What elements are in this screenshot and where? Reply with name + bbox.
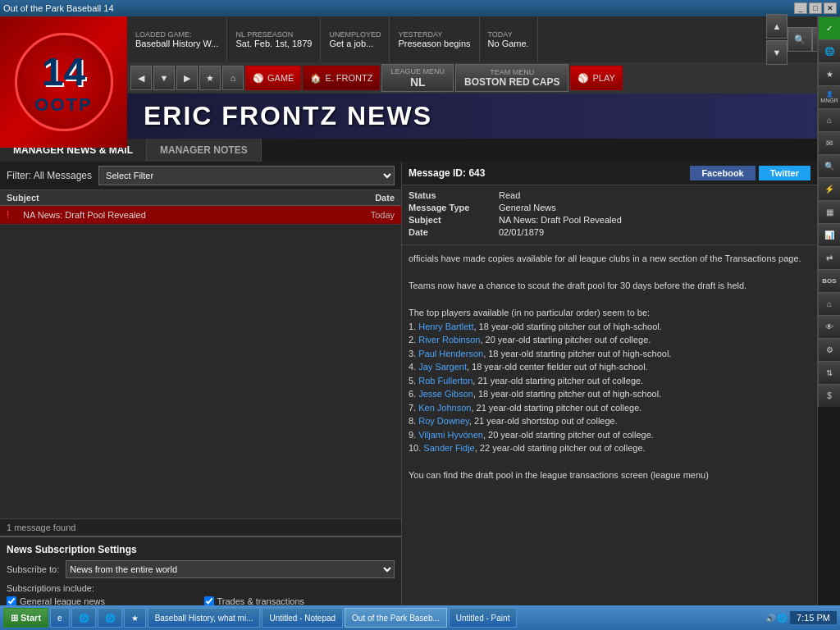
sidebar-btn-home[interactable]: ⌂ [818, 108, 840, 131]
left-panel: Filter: All Messages Select Filter Subje… [0, 162, 402, 630]
top-nav: LOADED GAME: Baseball History W... NL PR… [127, 16, 840, 62]
taskbar-ootp[interactable]: Out of the Park Baseb... [345, 608, 447, 628]
unemployed-section: UNEMPLOYED Get a job... [321, 16, 390, 62]
taskbar-firefox-icon[interactable]: 🌐 [71, 608, 96, 628]
yesterday-section: YESTERDAY Preseason begins [390, 16, 479, 62]
table-row[interactable]: ! NA News: Draft Pool Revealed Today [0, 206, 401, 225]
team-menu-button[interactable]: TEAM MENU BOSTON RED CAPS [455, 64, 568, 92]
body-player-9: 9. Viljami Hyvönen, 20 year-old starting… [409, 428, 810, 442]
subscribe-label: Subscribe to: [7, 564, 59, 574]
meta-date-row: Date 02/01/1879 [409, 227, 810, 237]
body-player-4: 4. Jay Sargent, 18 year-old center field… [409, 360, 810, 374]
sidebar-btn-settings[interactable]: ⚙ [818, 338, 840, 361]
close-button[interactable]: ✕ [824, 2, 837, 14]
body-player-5: 5. Rob Fullerton, 21 year-old starting p… [409, 374, 810, 388]
search-nav-button[interactable]: 🔍 [788, 27, 812, 52]
titlebar: Out of the Park Baseball 14 _ □ ✕ [0, 0, 840, 16]
sidebar-btn-search[interactable]: 🔍 [818, 154, 840, 177]
message-detail-header: Message ID: 643 Facebook Twitter [402, 162, 817, 185]
body-player-1: 1. Henry Bartlett, 18 year-old starting … [409, 320, 810, 334]
sidebar-btn-star[interactable]: ★ [818, 62, 840, 85]
player-link-1[interactable]: Henry Bartlett [418, 322, 473, 331]
sidebar-btn-transfer[interactable]: ⇅ [818, 361, 840, 384]
player-link-6[interactable]: Jesse Gibson [418, 389, 473, 399]
sidebar-btn-mail[interactable]: ✉ [818, 131, 840, 154]
manager-icon: 🏠 [310, 73, 322, 84]
taskbar-star-icon[interactable]: ★ [124, 608, 146, 628]
meta-subject-row: Subject NA News: Draft Pool Revealed [409, 215, 810, 225]
sidebar-btn-dollar[interactable]: $ [818, 384, 840, 407]
filter-select[interactable]: Select Filter [98, 166, 395, 185]
sidebar-btn-chart[interactable]: 📊 [818, 223, 840, 246]
player-link-9[interactable]: Viljami Hyvönen [418, 430, 483, 440]
message-detail-panel: Message ID: 643 Facebook Twitter Status … [402, 162, 817, 630]
player-link-5[interactable]: Rob Fullerton [418, 376, 472, 386]
player-link-10[interactable]: Sander Fidje [423, 443, 474, 453]
tab-notes[interactable]: MANAGER NOTES [147, 139, 262, 162]
twitter-button[interactable]: Twitter [759, 166, 810, 180]
player-link-7[interactable]: Ken Johnson [418, 403, 471, 413]
play-button[interactable]: ⚾ PLAY [570, 66, 622, 90]
player-link-2[interactable]: River Robinson [418, 335, 480, 345]
tray-icon-2: 🌐 [777, 614, 787, 623]
sidebar-btn-eye[interactable]: 👁 [818, 315, 840, 338]
message-list: Subject Date ! NA News: Draft Pool Revea… [0, 190, 401, 518]
header-banner: ERIC FRONTZ NEWS [127, 94, 840, 139]
message-id: Message ID: 643 [409, 167, 485, 179]
loaded-game-section: LOADED GAME: Baseball History W... [127, 16, 227, 62]
tray-icons: 🔊 🌐 [765, 614, 787, 623]
player-link-3[interactable]: Paul Henderson [418, 349, 483, 358]
start-button[interactable]: ⊞ Start [3, 608, 48, 628]
league-menu-button[interactable]: LEAGUE MENU NL [381, 64, 454, 92]
nav-expand-bottom[interactable]: ▼ [766, 40, 788, 65]
tray-icon-1: 🔊 [765, 614, 775, 623]
sidebar-btn-home2[interactable]: ⌂ [818, 292, 840, 315]
back-button[interactable]: ◀ [130, 66, 152, 90]
message-meta: Status Read Message Type General News Su… [402, 185, 817, 245]
play-icon: ⚾ [578, 73, 589, 84]
nl-preseason-section: NL PRESEASON Sat. Feb. 1st, 1879 [227, 16, 321, 62]
taskbar-baseball-hist[interactable]: Baseball History, what mi... [148, 608, 261, 628]
sidebar-btn-table[interactable]: ▦ [818, 200, 840, 223]
taskbar-notepad[interactable]: Untitled - Notepad [262, 608, 343, 628]
body-player-3: 3. Paul Henderson, 18 year-old starting … [409, 347, 810, 361]
taskbar-ie-icon[interactable]: e [50, 608, 70, 628]
player-link-4[interactable]: Jay Sargent [418, 362, 467, 372]
player-link-8[interactable]: Roy Downey [418, 416, 469, 426]
taskbar: ⊞ Start e 🌐 🌐 ★ Baseball History, what m… [0, 605, 840, 630]
sidebar-btn-check[interactable]: ✓ [818, 16, 840, 39]
filter-bar: Filter: All Messages Select Filter [0, 162, 401, 190]
body-player-8: 8. Roy Downey, 21 year-old shortstop out… [409, 414, 810, 428]
game-button[interactable]: ⚾ GAME [245, 66, 301, 90]
home-button[interactable]: ⌂ [222, 66, 244, 90]
meta-type-row: Message Type General News [409, 203, 810, 212]
button-bar: ◀ ▼ ▶ ★ ⌂ ⚾ GAME 🏠 E. FRONTZ LEAGUE MENU… [127, 62, 840, 94]
page-title: ERIC FRONTZ NEWS [144, 101, 432, 131]
content-area: Filter: All Messages Select Filter Subje… [0, 162, 817, 630]
forward-button[interactable]: ▶ [176, 66, 198, 90]
sidebar-btn-globe[interactable]: 🌐 [818, 39, 840, 62]
down-button[interactable]: ▼ [153, 66, 175, 90]
facebook-button[interactable]: Facebook [690, 166, 755, 180]
maximize-button[interactable]: □ [809, 2, 822, 14]
body-para-2: Teams now have a chance to scout the dra… [409, 279, 810, 293]
today-section: TODAY No Game. [480, 16, 538, 62]
taskbar-paint[interactable]: Untitled - Paint [449, 608, 518, 628]
favorites-button[interactable]: ★ [199, 66, 221, 90]
sidebar-btn-bos[interactable]: BOS [818, 269, 840, 292]
unread-icon: ! [7, 209, 20, 221]
manager-button[interactable]: 🏠 E. FRONTZ [303, 66, 380, 90]
subscribe-select[interactable]: News from the entire world [66, 560, 395, 578]
subscription-title: News Subscription Settings [7, 544, 395, 555]
sidebar-btn-arrows[interactable]: ⇄ [818, 246, 840, 269]
minimize-button[interactable]: _ [794, 2, 807, 14]
sidebar-btn-manager[interactable]: 👤MNGR [818, 85, 840, 108]
message-list-header: Subject Date [0, 190, 401, 206]
titlebar-controls[interactable]: _ □ ✕ [794, 2, 837, 14]
taskbar-ie2-icon[interactable]: 🌐 [98, 608, 122, 628]
body-player-7: 7. Ken Johnson, 21 year-old starting pit… [409, 401, 810, 415]
nav-expand-top[interactable]: ▲ [766, 14, 788, 39]
taskbar-clock: 7:15 PM [790, 611, 837, 624]
main-content: MANAGER NEWS & MAIL MANAGER NOTES Filter… [0, 139, 817, 630]
sidebar-btn-lightning[interactable]: ⚡ [818, 177, 840, 200]
